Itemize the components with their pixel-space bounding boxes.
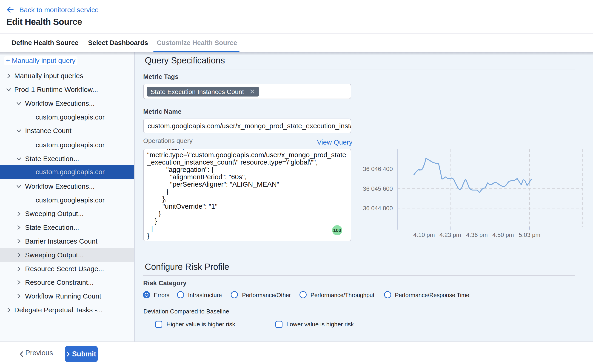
svg-text:4:23 pm: 4:23 pm — [439, 231, 461, 238]
svg-text:4:36 pm: 4:36 pm — [466, 231, 488, 238]
svg-text:4:50 pm: 4:50 pm — [492, 231, 514, 238]
svg-text:5:03 pm: 5:03 pm — [519, 231, 540, 238]
svg-text:36 045 600: 36 045 600 — [363, 185, 393, 192]
svg-text:36 046 400: 36 046 400 — [363, 165, 393, 172]
svg-text:4:10 pm: 4:10 pm — [413, 231, 435, 238]
svg-text:36 044 800: 36 044 800 — [363, 205, 393, 212]
